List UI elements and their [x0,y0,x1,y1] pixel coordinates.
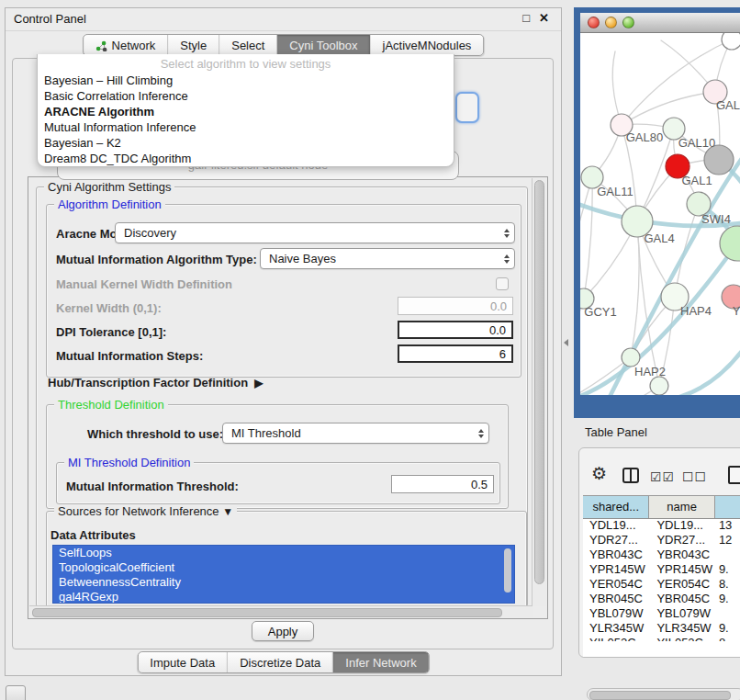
mi-threshold-input[interactable] [391,475,494,493]
table-row[interactable]: YDR27...YDR27...12 [583,533,740,548]
tab-network[interactable]: Network [84,35,169,55]
tab-style[interactable]: Style [168,35,219,55]
table-cell: YIL052C [583,636,649,641]
network-view-window: GALGAL80GAL10GAL1GAL11SWI4GAL4GCY1HAP4YH… [574,7,740,418]
hub-definition-expander[interactable]: Hub/Transcription Factor Definition ▶ [48,376,263,390]
cyni-algorithm-settings-title: Cyni Algorithm Settings [44,180,174,194]
close-window-icon[interactable] [588,17,600,28]
table-cell: 8. [715,636,740,641]
tab-discretize-data[interactable]: Discretize Data [228,652,333,672]
net-node-hap2[interactable] [622,348,640,367]
table-row[interactable]: YBL079WYBL079W [583,606,740,621]
close-panel-icon[interactable]: ✕ [539,11,549,25]
splitter-handle-icon[interactable] [564,339,568,346]
tab-jactivemnodules[interactable]: jActiveMNodules [371,35,484,55]
table-cell: YBR045C [583,592,649,606]
algorithm-option-bayesian-k2[interactable]: Bayesian – K2 [38,135,454,151]
tab-select[interactable]: Select [219,35,277,55]
attribute-item-topologicalcoefficient[interactable]: TopologicalCoefficient [53,560,514,575]
hub-definition-label: Hub/Transcription Factor Definition [48,376,248,390]
algorithm-option-dream8-dc-tdc-algorithm[interactable]: Dream8 DC_TDC Algorithm [38,151,454,166]
mi-algorithm-type-label: Mutual Information Algorithm Type: [56,253,257,266]
show-columns-icon[interactable] [622,468,639,483]
tab-cyni-toolbox[interactable]: Cyni Toolbox [277,35,370,55]
sources-title-text: Sources for Network Inference [58,504,219,518]
new-table-icon[interactable] [728,466,740,484]
net-node-label: HAP4 [680,304,712,318]
combo-stepper-icon[interactable] [504,249,510,268]
dpi-tolerance-input[interactable] [398,321,513,339]
algorithm-option-bayesian-hill-climbing[interactable]: Bayesian – Hill Climbing [38,73,454,88]
attribute-item-gal4rgexp[interactable]: gal4RGexp [53,590,514,604]
network-window-titlebar[interactable] [580,13,740,33]
table-cell: 13 [715,518,740,533]
table-row[interactable]: YLR345WYLR345W9. [583,621,740,636]
minimized-panel-icon[interactable] [6,685,26,700]
settings-vertical-scrollbar[interactable] [532,178,546,606]
net-node-node-bottom[interactable] [650,377,668,395]
gear-icon[interactable]: ⚙ [591,465,607,482]
attributes-list-scrollbar[interactable] [504,548,511,593]
table-row[interactable]: YIL052CYIL052C8. [583,636,740,641]
tab-label: Infer Network [345,656,416,670]
data-attributes-items: SelfLoopsTopologicalCoefficientBetweenne… [53,546,514,604]
mi-algorithm-type-combo[interactable]: Naive Bayes [260,248,515,269]
combo-stepper-icon[interactable] [504,223,510,243]
mi-threshold-definition-group: MI Threshold Definition Mutual Informati… [56,462,500,504]
mi-steps-input[interactable] [398,344,513,363]
float-window-icon[interactable]: □ [522,11,530,25]
table-panel: ⚙ ☑☑ ☐☐ shared...name YDL19...YDL19...13… [578,447,740,658]
attribute-item-betweennesscentrality[interactable]: BetweennessCentrality [53,575,514,590]
table-row[interactable]: YPR145WYPR145W9. [583,562,740,577]
dpi-tolerance-label: DPI Tolerance [0,1]: [56,325,166,339]
table-cell: 8. [715,577,740,592]
manual-kernel-width-checkbox[interactable] [496,277,509,290]
combo-stepper-icon[interactable] [478,423,484,443]
algorithm-option-mutual-information-inference[interactable]: Mutual Information Inference [38,119,454,135]
table-cell: YDR27... [649,533,715,548]
table-cell: 9. [715,621,740,636]
column-header-name[interactable]: name [649,496,714,518]
table-row[interactable]: YBR045CYBR045C9. [583,592,740,606]
aracne-mode-combo[interactable]: Discovery [115,222,515,243]
kernel-width-input[interactable] [398,297,513,315]
select-all-checkboxes-icon[interactable]: ☑☑ [650,469,675,484]
control-panel-title: Control Panel [14,12,86,26]
net-node-node-top[interactable] [722,33,740,50]
settings-horizontal-scrollbar[interactable] [29,605,533,617]
minimize-window-icon[interactable] [605,17,617,28]
apply-button[interactable]: Apply [252,621,314,641]
column-header-cut[interactable] [715,496,740,518]
table-cell: 9. [715,562,740,577]
attribute-item-selfloops[interactable]: SelfLoops [53,546,514,560]
table-horizontal-scrollbar[interactable] [587,688,740,700]
table-row[interactable]: YBR043CYBR043C [583,548,740,562]
table-row[interactable]: YDL19...YDL19...13 [583,518,740,533]
table-cell: YDL19... [649,518,715,533]
net-node-node-right[interactable] [720,226,740,261]
algorithm-option-aracne-algorithm[interactable]: ARACNE Algorithm [38,104,454,119]
collapse-down-icon[interactable]: ▼ [222,505,233,518]
deselect-all-checkboxes-icon[interactable]: ☐☐ [682,469,707,484]
expand-right-icon[interactable]: ▶ [254,377,263,390]
algorithm-option-basic-correlation-inference[interactable]: Basic Correlation Inference [38,88,454,104]
data-attributes-list[interactable]: SelfLoopsTopologicalCoefficientBetweenne… [52,545,515,604]
tab-label: Discretize Data [240,656,320,670]
settings-scroll-area: Cyni Algorithm Settings Algorithm Defini… [28,176,548,619]
table-row[interactable]: YER054CYER054C8. [583,577,740,592]
control-panel-titlebar: Control Panel □ ✕ [6,8,561,31]
zoom-window-icon[interactable] [622,17,634,28]
column-header-shared[interactable]: shared... [583,496,649,518]
table-rows: YDL19...YDL19...13YDR27...YDR27...12YBR0… [583,518,740,641]
tab-impute-data[interactable]: Impute Data [138,652,228,672]
which-threshold-combo[interactable]: MI Threshold [222,423,489,444]
algorithm-combo-focus-fragment[interactable] [455,92,479,123]
table-cell: YDR27... [583,533,649,548]
network-canvas[interactable]: GALGAL80GAL10GAL1GAL11SWI4GAL4GCY1HAP4YH… [580,33,740,395]
network-graph[interactable]: GALGAL80GAL10GAL1GAL11SWI4GAL4GCY1HAP4YH… [580,33,740,395]
table-cell [715,548,740,562]
tab-infer-network[interactable]: Infer Network [333,652,428,672]
kernel-width-label: Kernel Width (0,1): [56,301,162,315]
which-threshold-label: Which threshold to use: [87,427,223,441]
sources-title: Sources for Network Inference ▼ [54,504,237,518]
